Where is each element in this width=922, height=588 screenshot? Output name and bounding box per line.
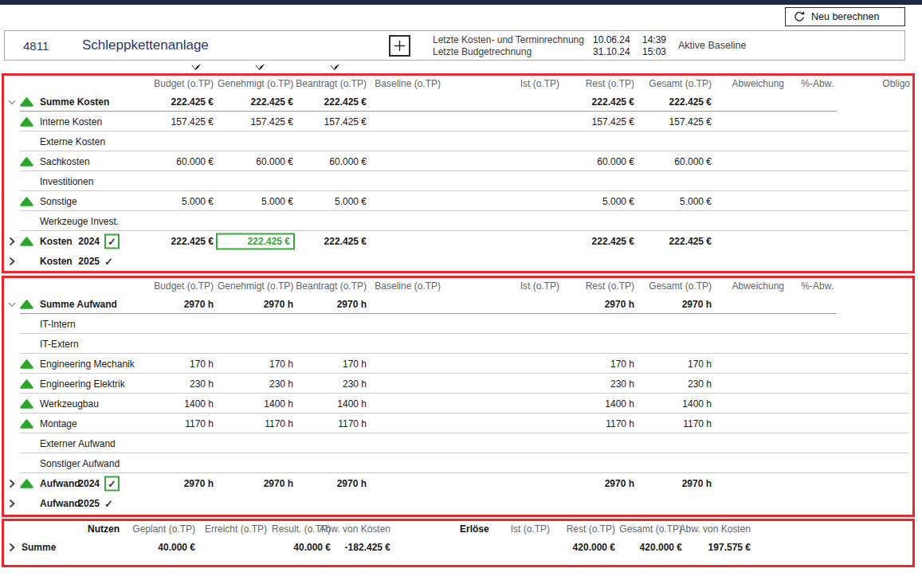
column-header-ist: Ist (o.TP)	[482, 523, 550, 535]
row-label: Externer Aufwand	[40, 438, 134, 449]
column-header-abweichung: Abweichung	[708, 78, 784, 89]
table-row: Sachkosten60.000 €60.000 €60.000 €60.000…	[4, 151, 912, 171]
row-label: Summe Aufwand	[40, 299, 134, 310]
column-header-beantragt: Beantragt (o.TP)	[291, 280, 367, 292]
last-cost-calc-time: 14:39	[642, 34, 666, 46]
year-checkmark[interactable]: ✓	[104, 497, 122, 509]
table-row: Externer Aufwand	[4, 433, 912, 453]
cell-beantragt: 170 h	[291, 359, 367, 370]
column-header-rest: Rest (o.TP)	[559, 78, 634, 89]
chevron-right-icon[interactable]	[7, 237, 19, 246]
cost-table: Budget (o.TP)Genehmigt (o.TP)Beantragt (…	[2, 73, 915, 273]
table-row: Aufwand2025✓	[4, 493, 912, 513]
effort-table: Budget (o.TP)Genehmigt (o.TP)Beantragt (…	[2, 276, 915, 517]
table-row: Montage1170 h1170 h1170 h1170 h1170 h	[4, 414, 912, 433]
cell-rest: 157.425 €	[559, 116, 634, 127]
cell-gesamt: 170 h	[636, 359, 712, 370]
cell-genehmigt: 2970 h	[218, 478, 293, 489]
table-row: Externe Kosten	[4, 131, 912, 151]
last-cost-calc-label: Letzte Kosten- und Terminrechnung	[433, 34, 584, 46]
row-label: IT-Intern	[40, 319, 134, 330]
cell-genehmigt: 157.425 €	[218, 116, 293, 127]
row-label: Sonstiger Aufwand	[40, 458, 134, 469]
green-triangle-icon	[20, 237, 39, 246]
cell-budget: 170 h	[138, 359, 214, 370]
cell-gesamt: 230 h	[636, 378, 712, 390]
cell-budget: 5.000 €	[138, 196, 214, 207]
table-row: Werkzeuge Invest.	[4, 211, 912, 231]
row-year-label: 2025	[72, 498, 100, 509]
column-header-pabw: %-Abw.	[778, 280, 834, 292]
column-header-baseline: Baseline (o.TP)	[365, 78, 441, 89]
cell-gesamt: 2970 h	[636, 478, 712, 489]
chevron-right-icon[interactable]	[7, 479, 19, 488]
cell-rest: 1400 h	[559, 398, 634, 410]
cell-beantragt: 222.425 €	[291, 236, 367, 247]
cell-genehmigt: 1170 h	[218, 418, 293, 429]
column-header-pabw: %-Abw.	[778, 78, 834, 89]
cell-beantragt: 5.000 €	[291, 196, 367, 207]
cell-gesamt: 222.425 €	[636, 96, 712, 108]
chevron-right-icon[interactable]	[7, 257, 19, 266]
cell-genehmigt[interactable]: 222.425 €	[216, 233, 295, 249]
year-checkbox[interactable]: ✓	[104, 476, 122, 491]
green-triangle-icon	[20, 97, 39, 107]
calc-info-times: 14:39 15:03	[642, 34, 666, 58]
cell-gesamt: 157.425 €	[636, 116, 712, 127]
cell-genehmigt: 1400 h	[218, 398, 293, 410]
column-header-baseline: Baseline (o.TP)	[365, 280, 441, 292]
cell-beantragt: 2970 h	[291, 299, 367, 310]
cell-beantragt: 230 h	[291, 378, 367, 390]
chevron-right-icon[interactable]	[7, 499, 19, 508]
column-header-geplant: Geplant (o.TP)	[124, 523, 195, 535]
table-row: Interne Kosten157.425 €157.425 €157.425 …	[4, 112, 912, 131]
row-label: Investitionen	[40, 176, 134, 187]
column-header-erreicht: Erreicht (o.TP)	[195, 523, 267, 535]
table-row: IT-Intern	[4, 314, 912, 334]
column-header-abw1: Abw. von Kosten	[319, 523, 390, 535]
cell-gesamt: 1170 h	[636, 418, 712, 429]
chevron-down-icon[interactable]	[7, 300, 19, 309]
cell-rest: 5.000 €	[559, 196, 634, 207]
cell-budget: 1170 h	[138, 418, 214, 429]
checkbox-check-icon[interactable]: ✓	[104, 476, 120, 491]
green-triangle-icon	[20, 157, 39, 167]
year-checkbox[interactable]: ✓	[104, 233, 122, 249]
cell-beantragt: 1170 h	[291, 418, 367, 429]
green-triangle-icon	[20, 479, 39, 488]
year-checkmark[interactable]: ✓	[104, 255, 122, 267]
cell-rest: 222.425 €	[559, 236, 634, 247]
cell-genehmigt: 5.000 €	[218, 196, 293, 207]
cell-budget: 60.000 €	[138, 156, 214, 167]
chevron-right-icon[interactable]	[7, 543, 19, 552]
table-row: Sonstiger Aufwand	[4, 453, 912, 473]
column-header-rest: Rest (o.TP)	[559, 280, 634, 292]
cell-gesamt: 420.000 €	[614, 542, 682, 553]
calc-info-labels: Letzte Kosten- und Terminrechnung Letzte…	[433, 34, 584, 58]
row-label: Werkzeuge Invest.	[40, 216, 134, 227]
chevron-down-icon[interactable]	[7, 97, 19, 107]
column-header-obligo: Obligo	[834, 78, 910, 89]
row-label: Externe Kosten	[40, 136, 134, 147]
recalculate-button[interactable]: Neu berechnen	[785, 7, 905, 26]
cell-gesamt: 222.425 €	[636, 236, 712, 247]
cell-rest: 170 h	[559, 359, 634, 370]
checkbox-check-icon[interactable]: ✓	[104, 233, 120, 249]
row-year-label: 2024	[72, 236, 100, 247]
column-header-ist: Ist (o.TP)	[484, 78, 559, 89]
column-edit-marker-icon	[330, 63, 340, 73]
cell-geplant: 40.000 €	[124, 542, 195, 553]
cell-genehmigt: 60.000 €	[218, 156, 293, 167]
green-triangle-icon	[20, 359, 39, 369]
expand-plus-button[interactable]	[389, 35, 410, 57]
column-header-gesamt: Gesamt (o.TP)	[636, 78, 712, 89]
check-icon: ✓	[104, 497, 113, 509]
table-row: Kosten2024✓222.425 €222.425 €222.425 €22…	[4, 231, 912, 251]
cell-abw1: -182.425 €	[319, 542, 390, 553]
table-row: Summe Kosten222.425 €222.425 €222.425 €2…	[4, 92, 912, 112]
column-edit-marker-icon	[255, 63, 265, 73]
column-header-budget: Budget (o.TP)	[138, 280, 214, 292]
column-header-row: Budget (o.TP)Genehmigt (o.TP)Beantragt (…	[4, 278, 912, 294]
cell-abw2: 197.575 €	[677, 542, 751, 553]
row-year-label: 2024	[72, 478, 100, 489]
